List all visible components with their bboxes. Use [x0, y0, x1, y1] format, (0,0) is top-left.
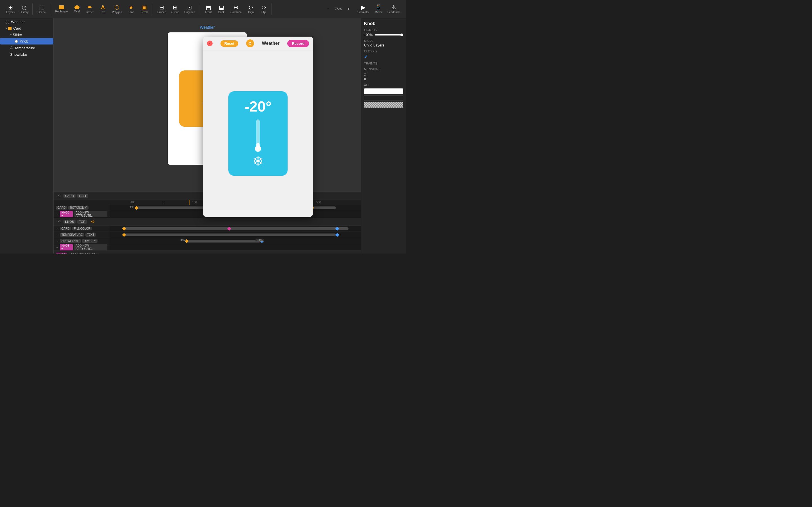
- opacity-bar[interactable]: [375, 34, 403, 36]
- simulator-icon: ▶: [361, 4, 365, 10]
- tl-row6-bar-area: [110, 244, 361, 250]
- constraints-label: traints: [364, 62, 403, 65]
- tl-bar5: [185, 240, 260, 242]
- scroll-button[interactable]: ▣ Scroll: [138, 3, 150, 15]
- temperature-text-icon: A: [10, 46, 13, 50]
- tl-knob-tag3: KNOB ▾: [60, 244, 73, 251]
- scene-button[interactable]: ⬚ Scene: [36, 3, 48, 15]
- back-button[interactable]: ⬓ Back: [215, 3, 227, 15]
- scale-swatch-checker[interactable]: [364, 102, 403, 108]
- tl-card-fill-tag2: FILL COLOR: [72, 227, 92, 230]
- knob-dot-icon: [15, 40, 18, 43]
- embed-label: Embed: [157, 11, 166, 14]
- layer-slider[interactable]: ▾ Slider: [0, 32, 53, 38]
- z-value: 0: [364, 77, 403, 81]
- card-toggle[interactable]: ▾: [6, 27, 7, 30]
- z-label: Z: [364, 73, 403, 76]
- tl-rotation-tag: ROTATION Y: [68, 206, 88, 210]
- tl-kf4b[interactable]: [335, 233, 339, 237]
- preview-close-button[interactable]: ✕: [207, 41, 213, 46]
- oval-button[interactable]: Oval: [71, 4, 83, 14]
- tl-card-fill-tag1: CARD: [60, 227, 71, 230]
- ungroup-icon: ⊡: [187, 4, 192, 10]
- bezier-button[interactable]: ✒ Bezier: [84, 3, 96, 15]
- flip-button[interactable]: ⇔ Flip: [257, 3, 270, 15]
- align-button[interactable]: ⊜ Align: [245, 3, 257, 15]
- polygon-button[interactable]: ⬡ Polygon: [110, 3, 124, 15]
- preview-gear-button[interactable]: ⚙: [246, 40, 254, 47]
- star-icon: ★: [129, 4, 134, 10]
- tl-track1-close[interactable]: ✕: [56, 193, 62, 198]
- tl-add-attr-tag2[interactable]: ADD NEW ATTRIBUTE...: [74, 244, 107, 251]
- tl-knob-tag2[interactable]: KNOB: [63, 220, 75, 224]
- toolbar-group-arrange: ⬒ Front ⬓ Back ⊕ Combine ⊜ Align ⇔ Flip: [200, 3, 272, 15]
- back-icon: ⬓: [219, 4, 224, 10]
- zoom-value: 75%: [335, 7, 342, 11]
- opacity-handle[interactable]: [400, 34, 403, 36]
- combine-button[interactable]: ⊕ Combine: [228, 3, 244, 15]
- mirror-button[interactable]: 📱 Mirror: [372, 3, 385, 15]
- text-button[interactable]: A Text: [97, 3, 109, 15]
- tl-add-attr-tag[interactable]: ADD NEW ATTRIBUTE...: [74, 211, 107, 217]
- scale-swatch-black[interactable]: [364, 95, 403, 101]
- tl-temp-tag: TEMPERATURE: [60, 233, 84, 237]
- closed-label: CLOSED: [364, 50, 403, 53]
- tl-left-tag[interactable]: LEFT: [77, 194, 88, 198]
- card-layer-label: Card: [13, 26, 21, 31]
- zoom-out-button[interactable]: −: [322, 5, 335, 13]
- gear-icon: ⚙: [248, 41, 252, 46]
- preview-title: Weather: [262, 41, 280, 46]
- scroll-icon: ▣: [142, 4, 147, 10]
- preview-content: -20° ❄: [203, 50, 313, 217]
- preview-reset-button[interactable]: Reset: [220, 40, 238, 47]
- ruler-mark-100: 100: [192, 201, 197, 204]
- toolbar-group-scene: ⬚ Scene: [34, 3, 50, 15]
- tl-add-driver-tag[interactable]: ADD NEW DRIVER...: [69, 252, 99, 253]
- dimensions-label: mensions: [364, 67, 403, 71]
- weather-card-blue: -20° ❄: [229, 91, 288, 176]
- opacity-value: 100%: [364, 33, 373, 37]
- layers-button[interactable]: ⊞ Layers: [4, 3, 17, 15]
- star-button[interactable]: ★ Star: [125, 3, 137, 15]
- preview-record-button[interactable]: Record: [287, 40, 309, 47]
- layer-weather[interactable]: ⬚ Weather: [0, 18, 53, 25]
- ungroup-button[interactable]: ⊡ Ungroup: [182, 3, 197, 15]
- history-label: History: [20, 11, 29, 14]
- group-button[interactable]: ⊞ Group: [169, 3, 182, 15]
- bezier-label: Bezier: [86, 11, 94, 14]
- tl-row4-label: → TEMPERATURE TEXT: [54, 232, 110, 238]
- zoom-in-button[interactable]: +: [342, 5, 355, 13]
- weather-layer-icon: ⬚: [6, 19, 9, 24]
- rectangle-label: Rectangle: [55, 10, 68, 13]
- scale-swatch-white[interactable]: [364, 89, 403, 94]
- embed-icon: ⊟: [159, 4, 164, 10]
- layer-card[interactable]: ▾ Card: [0, 25, 53, 32]
- front-button[interactable]: ⬒ Front: [202, 3, 214, 15]
- ruler-mark-500: 500: [316, 201, 321, 204]
- playhead1: [189, 200, 190, 205]
- tl-card-tag2: CARD: [56, 206, 67, 210]
- flip-icon: ⇔: [261, 4, 266, 10]
- layer-temperature[interactable]: A Temperature: [0, 45, 53, 51]
- embed-button[interactable]: ⊟ Embed: [155, 3, 168, 15]
- slider-toggle[interactable]: ▾: [10, 33, 11, 36]
- combine-label: Combine: [231, 11, 242, 14]
- feedback-button[interactable]: ⚠ Feedback: [385, 3, 402, 15]
- tl-top-tag[interactable]: TOP: [77, 220, 87, 224]
- tl-row5-label: → SNOWFLAKE OPACITY: [54, 238, 110, 244]
- tl-row5-bar-area: 0% 100%: [110, 238, 361, 244]
- tl-card-tag[interactable]: CARD: [63, 194, 75, 198]
- toolbar-group-nav: ⊞ Layers ◷ History: [2, 3, 33, 15]
- layer-knob[interactable]: Knob: [0, 38, 53, 45]
- tl-track2-close[interactable]: ✕: [56, 219, 62, 224]
- history-button[interactable]: ◷ History: [17, 3, 31, 15]
- layer-snowflake[interactable]: Snowflake: [0, 51, 53, 58]
- preview-panel: ✕ Reset ⚙ Weather Record -20° ❄: [203, 37, 313, 217]
- front-icon: ⬒: [206, 4, 211, 10]
- rectangle-button[interactable]: Rectangle: [53, 4, 70, 14]
- closed-badge: ✔: [364, 54, 403, 59]
- mirror-icon: 📱: [375, 4, 382, 10]
- simulator-button[interactable]: ▶ Simulator: [355, 3, 371, 15]
- temperature-layer-label: Temperature: [14, 46, 35, 50]
- tl-bottom-knob-tag[interactable]: KNOB: [56, 252, 67, 253]
